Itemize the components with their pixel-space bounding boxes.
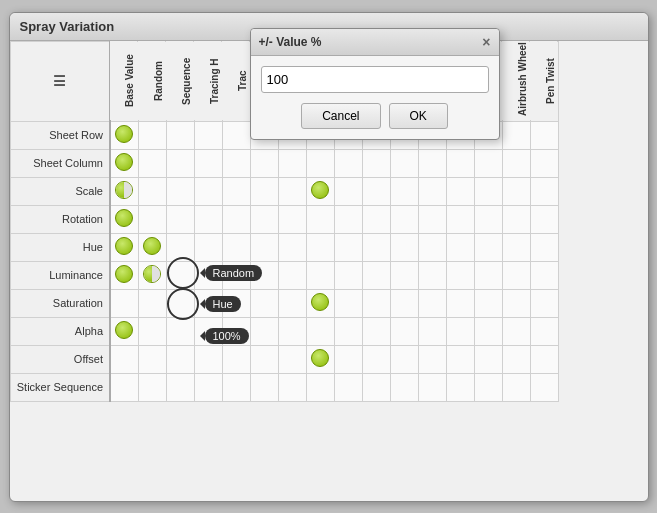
cell[interactable]: [474, 317, 502, 345]
cell[interactable]: [362, 345, 390, 373]
cell[interactable]: [194, 205, 222, 233]
cell[interactable]: [530, 177, 558, 205]
cell[interactable]: [278, 345, 306, 373]
cell[interactable]: [110, 233, 138, 261]
cell[interactable]: [166, 345, 194, 373]
cell[interactable]: [418, 345, 446, 373]
cell[interactable]: [390, 261, 418, 289]
cell[interactable]: [306, 233, 334, 261]
cell[interactable]: [530, 205, 558, 233]
cell[interactable]: [250, 177, 278, 205]
cell[interactable]: [194, 317, 222, 345]
cell[interactable]: [418, 205, 446, 233]
cell[interactable]: [194, 149, 222, 177]
cell[interactable]: [418, 289, 446, 317]
cell[interactable]: [474, 289, 502, 317]
cell[interactable]: [530, 345, 558, 373]
cell[interactable]: [334, 373, 362, 401]
cell[interactable]: [502, 261, 530, 289]
cell[interactable]: [530, 289, 558, 317]
cell[interactable]: [222, 261, 250, 289]
cell[interactable]: [390, 317, 418, 345]
cell[interactable]: [530, 261, 558, 289]
dot[interactable]: [143, 237, 161, 255]
settings-icon[interactable]: ☰: [53, 73, 66, 89]
cell[interactable]: [278, 177, 306, 205]
cell[interactable]: [250, 317, 278, 345]
cell[interactable]: [446, 177, 474, 205]
cell[interactable]: [222, 373, 250, 401]
cell[interactable]: [222, 177, 250, 205]
cell[interactable]: [362, 233, 390, 261]
cell[interactable]: [278, 149, 306, 177]
cell[interactable]: [530, 233, 558, 261]
cell[interactable]: [530, 121, 558, 149]
cell[interactable]: [306, 289, 334, 317]
cell[interactable]: [250, 373, 278, 401]
cell[interactable]: [418, 261, 446, 289]
cell[interactable]: [110, 205, 138, 233]
cell[interactable]: [138, 261, 166, 289]
cell[interactable]: [222, 149, 250, 177]
cell[interactable]: [138, 149, 166, 177]
dot[interactable]: [115, 265, 133, 283]
cell[interactable]: [110, 373, 138, 401]
cell[interactable]: [278, 317, 306, 345]
cell[interactable]: [418, 177, 446, 205]
cell[interactable]: [166, 317, 194, 345]
cell[interactable]: [446, 373, 474, 401]
cell[interactable]: [110, 289, 138, 317]
cell[interactable]: [362, 317, 390, 345]
cell[interactable]: [390, 373, 418, 401]
cell[interactable]: [110, 345, 138, 373]
cell[interactable]: [138, 205, 166, 233]
cell[interactable]: [306, 317, 334, 345]
cell[interactable]: [334, 317, 362, 345]
cell[interactable]: [446, 289, 474, 317]
cell[interactable]: [250, 233, 278, 261]
cell[interactable]: [474, 205, 502, 233]
cell[interactable]: [278, 289, 306, 317]
cell[interactable]: [474, 345, 502, 373]
dot[interactable]: [115, 321, 133, 339]
cell[interactable]: [110, 177, 138, 205]
cell[interactable]: [530, 317, 558, 345]
dot[interactable]: [115, 125, 133, 143]
cell[interactable]: [502, 289, 530, 317]
cell[interactable]: [250, 261, 278, 289]
cell[interactable]: [278, 373, 306, 401]
cell[interactable]: [222, 233, 250, 261]
cell[interactable]: [278, 261, 306, 289]
cell[interactable]: [138, 121, 166, 149]
cell[interactable]: [446, 261, 474, 289]
cell[interactable]: [194, 233, 222, 261]
cell[interactable]: [474, 177, 502, 205]
cell[interactable]: [166, 289, 194, 317]
cell[interactable]: [222, 205, 250, 233]
cell[interactable]: [138, 345, 166, 373]
cell[interactable]: [110, 317, 138, 345]
cell[interactable]: [502, 233, 530, 261]
cell[interactable]: [306, 261, 334, 289]
cell[interactable]: [362, 261, 390, 289]
cell[interactable]: [334, 345, 362, 373]
cell[interactable]: [390, 149, 418, 177]
cell[interactable]: [166, 373, 194, 401]
value-input[interactable]: [261, 66, 489, 93]
cell[interactable]: [446, 205, 474, 233]
cell[interactable]: [418, 149, 446, 177]
cell[interactable]: [334, 149, 362, 177]
dot[interactable]: [115, 237, 133, 255]
cell[interactable]: [390, 289, 418, 317]
cell[interactable]: [502, 205, 530, 233]
cell[interactable]: [194, 261, 222, 289]
cell[interactable]: [502, 121, 530, 149]
dot[interactable]: [311, 181, 329, 199]
cell[interactable]: [474, 149, 502, 177]
cell[interactable]: [110, 121, 138, 149]
cell[interactable]: [502, 177, 530, 205]
cell[interactable]: [446, 149, 474, 177]
cell[interactable]: [334, 233, 362, 261]
cell[interactable]: [306, 373, 334, 401]
cell[interactable]: [222, 121, 250, 149]
